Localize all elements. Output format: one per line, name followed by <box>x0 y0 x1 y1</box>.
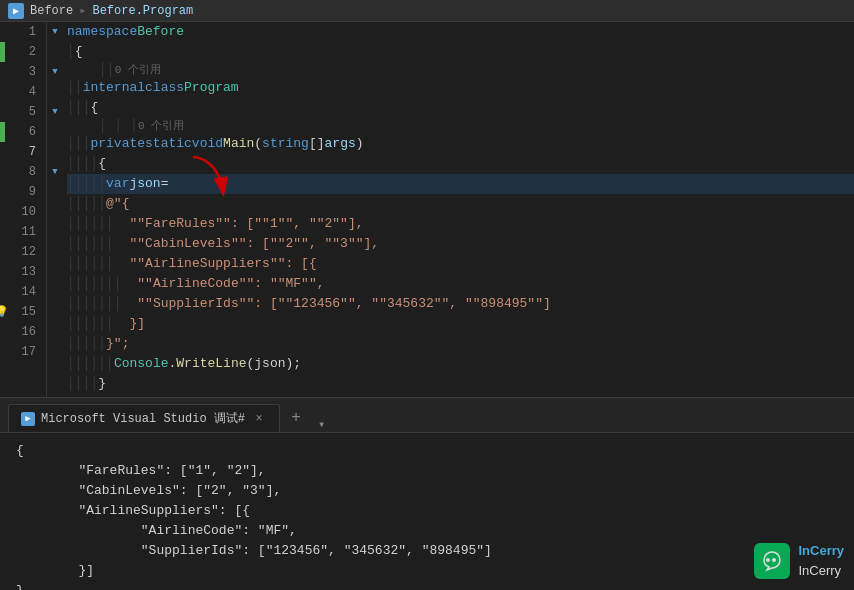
fold-gutter[interactable]: ▼ ▼ ▼ ▼ <box>47 22 63 397</box>
code-line-3: │ │ internal class Program <box>67 78 854 98</box>
code-line-15: │ │ │ │ │ }"; <box>67 334 854 354</box>
output-line-7: }] <box>16 561 838 581</box>
output-line-8: } <box>16 581 838 590</box>
svg-point-2 <box>772 558 776 562</box>
tab-add-button[interactable]: + <box>282 404 310 432</box>
tab-dropdown-button[interactable]: ▾ <box>312 417 331 432</box>
output-content: { "FareRules": ["1", "2"], "CabinLevels"… <box>0 433 854 590</box>
title-text: Before <box>30 4 73 18</box>
code-line-16: │ │ │ │ │ │ Console.WriteLine(json); <box>67 354 854 374</box>
output-line-1: { <box>16 441 838 461</box>
code-line-6: │ │ │ │ { <box>67 154 854 174</box>
code-line-3-hint: │ │ 0 个引用 <box>67 62 854 78</box>
output-line-5: "AirlineCode": "MF", <box>16 521 838 541</box>
bottom-tabs: ▶ Microsoft Visual Studio 调试# × + ▾ <box>0 398 854 433</box>
code-line-13: │ │ │ │ │ │ │ ""SupplierIds"": [""123456… <box>67 294 854 314</box>
watermark: InCerry InCerry <box>754 541 844 580</box>
code-line-14: │ │ │ │ │ │ }] <box>67 314 854 334</box>
svg-point-1 <box>766 558 770 562</box>
title-class: Before.Program <box>92 4 193 18</box>
output-line-2: "FareRules": ["1", "2"], <box>16 461 838 481</box>
code-line-11: │ │ │ │ │ │ ""AirlineSuppliers"": [{ <box>67 254 854 274</box>
code-line-5-hint: │ │ │ 0 个引用 <box>67 118 854 134</box>
title-bar: ▶ Before ▸ Before.Program <box>0 0 854 22</box>
title-icon: ▶ <box>8 3 24 19</box>
bottom-panel: ▶ Microsoft Visual Studio 调试# × + ▾ { "F… <box>0 397 854 590</box>
code-line-8: │ │ │ │ │ @"{ <box>67 194 854 214</box>
title-separator: ▸ <box>79 3 86 18</box>
output-line-4: "AirlineSuppliers": [{ <box>16 501 838 521</box>
output-line-3: "CabinLevels": ["2", "3"], <box>16 481 838 501</box>
editor-area: 1 2 3 4 5 6 7 8 9 10 11 12 13 14 15 💡 16… <box>0 22 854 397</box>
code-line-4: │ │ │ { <box>67 98 854 118</box>
watermark-text: InCerry InCerry <box>798 541 844 580</box>
wechat-icon <box>754 543 790 579</box>
code-line-9: │ │ │ │ │ │ ""FareRules"": [""1"", ""2""… <box>67 214 854 234</box>
output-line-6: "SupplierIds": ["123456", "345632", "898… <box>16 541 838 561</box>
code-line-1: namespace Before <box>67 22 854 42</box>
code-line-17: │ │ │ │ } <box>67 374 854 394</box>
code-line-7: │ │ │ │ │ var json = <box>67 174 854 194</box>
tab-icon: ▶ <box>21 412 35 426</box>
code-content[interactable]: namespace Before │ { │ │ 0 个引用 │ │ inter… <box>63 22 854 397</box>
code-line-10: │ │ │ │ │ │ ""CabinLevels"": [""2"", ""3… <box>67 234 854 254</box>
debug-tab[interactable]: ▶ Microsoft Visual Studio 调试# × <box>8 404 280 432</box>
code-line-12: │ │ │ │ │ │ │ ""AirlineCode"": ""MF"", <box>67 274 854 294</box>
tab-close-button[interactable]: × <box>251 411 267 427</box>
code-line-2: │ { <box>67 42 854 62</box>
line-numbers: 1 2 3 4 5 6 7 8 9 10 11 12 13 14 15 💡 16… <box>5 22 47 397</box>
tab-label: Microsoft Visual Studio 调试# <box>41 410 245 427</box>
code-line-5: │ │ │ private static void Main(string[] … <box>67 134 854 154</box>
